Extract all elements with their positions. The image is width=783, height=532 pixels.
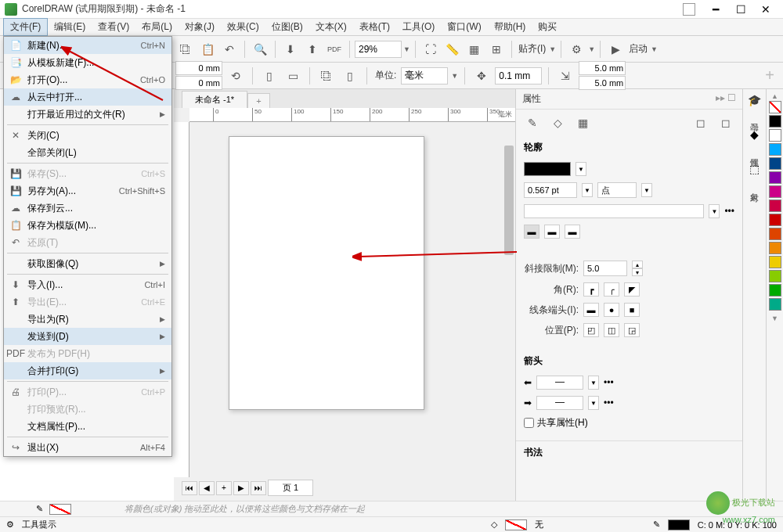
miter-up-icon[interactable]: ▴	[632, 261, 643, 268]
corner-miter-button[interactable]: ┏	[583, 282, 599, 297]
share-attrs-checkbox[interactable]	[524, 418, 534, 428]
color-swatch[interactable]	[769, 115, 781, 128]
export-button[interactable]: ⬆	[302, 39, 323, 59]
duplicate-x-input[interactable]	[579, 61, 626, 75]
pos-inside-button[interactable]: ◲	[624, 323, 640, 337]
outline-unit-dropdown-icon[interactable]: ▼	[641, 183, 652, 197]
all-pages-icon[interactable]: ⿻	[316, 66, 337, 86]
file-menu-item[interactable]: 全部关闭(L)	[4, 144, 171, 161]
fill-tab-icon[interactable]: ◇	[547, 113, 568, 133]
snap-dropdown-icon[interactable]: ▼	[549, 45, 556, 53]
launch-icon[interactable]: ▶	[605, 39, 626, 59]
file-menu-item[interactable]: 文档属性(P)...	[4, 418, 171, 435]
options-button[interactable]: ⚙	[566, 39, 586, 59]
color-swatch[interactable]	[769, 298, 781, 311]
dash-opt3-icon[interactable]: ▬	[565, 225, 580, 239]
next-page-button[interactable]: ▶	[233, 481, 249, 495]
miter-down-icon[interactable]: ▾	[632, 268, 643, 276]
vertical-scrollbar[interactable]	[503, 122, 515, 477]
file-menu-item[interactable]: 发送到(D)▶	[4, 328, 171, 345]
nudge-input[interactable]	[495, 67, 542, 84]
cap-flat-button[interactable]: ▬	[583, 303, 599, 317]
pos-center-button[interactable]: ◫	[604, 323, 619, 337]
orientation-lock-icon[interactable]: ⟲	[226, 66, 246, 86]
units-select[interactable]	[401, 67, 448, 84]
menu-O[interactable]: 工具(O)	[396, 19, 441, 35]
close-button[interactable]: ✕	[753, 2, 778, 17]
panel-btn1-icon[interactable]: ◻	[691, 113, 711, 133]
color-swatch[interactable]	[769, 270, 781, 282]
menu-F[interactable]: 文件(F)	[3, 18, 48, 36]
drawing-page[interactable]	[229, 136, 424, 410]
docker-tab-对象[interactable]: 对象	[747, 182, 762, 191]
vertical-ruler[interactable]	[174, 122, 189, 477]
end-arrow-dropdown-icon[interactable]: ▼	[588, 396, 599, 410]
outline-width-input[interactable]	[524, 182, 577, 198]
palette-down-icon[interactable]: ▼	[771, 315, 778, 322]
cap-square-button[interactable]: ■	[624, 303, 640, 317]
nudge-icon[interactable]: ✥	[471, 66, 492, 86]
color-swatch[interactable]	[769, 171, 781, 184]
menu-L[interactable]: 布局(L)	[135, 19, 179, 35]
paste-button[interactable]: 📋	[197, 39, 218, 59]
doc-tab-untitled[interactable]: 未命名 -1*	[182, 91, 247, 108]
end-arrow-more-icon[interactable]: •••	[604, 397, 614, 408]
prev-page-button[interactable]: ◀	[199, 481, 215, 495]
end-arrow-select[interactable]: —	[536, 396, 583, 410]
scrollbar-thumb[interactable]	[504, 146, 514, 255]
current-page-icon[interactable]: ▯	[340, 66, 360, 86]
menu-V[interactable]: 查看(V)	[92, 19, 135, 35]
duplicate-offset-icon[interactable]: ⇲	[555, 66, 576, 86]
landscape-button[interactable]: ▭	[283, 66, 303, 86]
start-arrow-select[interactable]: —	[536, 376, 583, 390]
color-swatch[interactable]	[769, 228, 781, 240]
outline-unit-select[interactable]	[597, 182, 637, 198]
undo-button[interactable]: ↶	[219, 39, 240, 59]
file-menu-item[interactable]: 📄新建(N)...Ctrl+N	[4, 37, 171, 54]
color-swatch[interactable]	[769, 242, 781, 254]
outline-swatch[interactable]	[668, 519, 690, 530]
docker-tab-属性[interactable]: 属性	[747, 147, 762, 156]
file-menu-item[interactable]: ☁从云中打开...	[4, 88, 171, 106]
outline-width-dropdown-icon[interactable]: ▼	[582, 183, 593, 197]
line-style-dropdown-icon[interactable]: ▼	[709, 204, 720, 218]
settings-icon[interactable]: ⚙	[6, 519, 14, 530]
last-page-button[interactable]: ⏭	[251, 481, 266, 495]
units-dropdown-icon[interactable]: ▼	[451, 72, 458, 80]
page-tab-1[interactable]: 页 1	[268, 480, 313, 496]
start-arrow-dropdown-icon[interactable]: ▼	[588, 376, 599, 390]
first-page-button[interactable]: ⏮	[182, 481, 197, 495]
docker-icon[interactable]: ◆	[750, 128, 759, 141]
rulers-button[interactable]: 📏	[442, 39, 463, 59]
add-page-button[interactable]: +	[216, 481, 232, 495]
page-width-input[interactable]	[175, 61, 222, 75]
options-dropdown-icon[interactable]: ▼	[588, 45, 595, 53]
file-menu-item[interactable]: 打开最近用过的文件(R)▶	[4, 106, 171, 123]
color-swatch[interactable]	[769, 200, 781, 212]
color-swatch[interactable]	[769, 143, 781, 156]
color-swatch[interactable]	[769, 214, 781, 226]
menu-E[interactable]: 编辑(E)	[48, 19, 92, 35]
dash-opt1-icon[interactable]: ▬	[524, 225, 539, 239]
fill-indicator-icon[interactable]: ◇	[491, 519, 497, 530]
menu-H[interactable]: 帮助(H)	[488, 19, 532, 35]
docker-collapse-icon[interactable]: ▸▸ ☐	[716, 92, 736, 106]
file-menu-item[interactable]: 获取图像(Q)▶	[4, 255, 171, 272]
fullscreen-button[interactable]: ⛶	[420, 39, 441, 59]
dash-opt2-icon[interactable]: ▬	[544, 225, 560, 239]
docker-tab-学习[interactable]: 学习	[747, 113, 762, 122]
color-swatch[interactable]	[769, 256, 781, 268]
file-menu-item[interactable]: ✕关闭(C)	[4, 127, 171, 144]
duplicate-y-input[interactable]	[579, 76, 626, 90]
file-menu-item[interactable]: ↪退出(X)Alt+F4	[4, 439, 171, 456]
menu-J[interactable]: 对象(J)	[179, 19, 221, 35]
pdf-button[interactable]: PDF	[324, 39, 345, 59]
transparency-tab-icon[interactable]: ▦	[572, 113, 593, 133]
menu-X[interactable]: 文本(X)	[309, 19, 353, 35]
file-menu-item[interactable]: ☁保存到云...	[4, 200, 171, 217]
doc-palette-none-swatch[interactable]	[49, 504, 71, 515]
docker-icon[interactable]: ⬚	[749, 163, 760, 175]
file-menu-item[interactable]: 合并打印(G)▶	[4, 362, 171, 379]
portrait-button[interactable]: ▯	[259, 66, 280, 86]
titlebar-extra-icon[interactable]	[683, 3, 695, 16]
